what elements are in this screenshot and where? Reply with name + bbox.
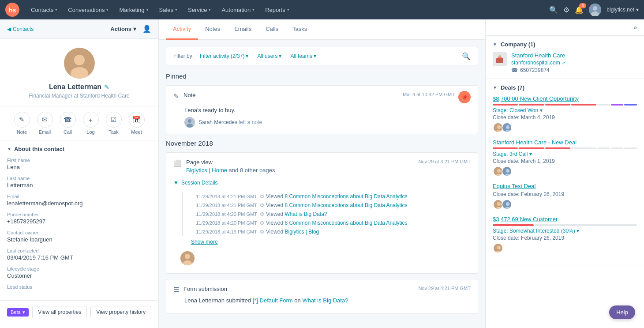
deal-3-name[interactable]: Equius Test Deal	[493, 183, 637, 189]
pinned-note-time: Mar 4 at 10:42 PM GMT	[403, 92, 455, 97]
company-website[interactable]: stanfordhospital.com ↗	[511, 60, 565, 66]
deal-1-stage-value[interactable]: Closed Won	[509, 107, 538, 113]
first-name-label: First name	[7, 158, 151, 163]
deal-3-close: Close date: February 26, 2019	[493, 191, 637, 197]
nav-contacts[interactable]: Contacts▾	[26, 5, 62, 15]
deal-1-stage: Stage: Closed Won ▾	[493, 107, 637, 113]
account-name[interactable]: biglytics.net ▾	[607, 7, 639, 13]
call-action-button[interactable]: ☎ Call	[60, 112, 76, 135]
nav-marketing[interactable]: Marketing▾	[115, 5, 153, 15]
company-name-link[interactable]: Stanford Health Care	[511, 52, 565, 59]
contact-owner-value[interactable]: Stefanie Ibarguen	[7, 236, 151, 243]
help-button[interactable]: Help	[609, 305, 635, 319]
field-lifecycle-stage: Lifecycle stage Customer	[7, 266, 151, 279]
tab-notes[interactable]: Notes	[198, 19, 227, 40]
page-view-icon: ⬜	[173, 159, 182, 167]
svg-point-18	[497, 125, 501, 129]
log-action-label: Log	[86, 129, 94, 135]
deal-bar	[611, 147, 624, 149]
deal-2-stage: Stage: 3rd Call ▾	[493, 151, 637, 157]
pin-button[interactable]: 📌	[458, 91, 471, 103]
session-toggle[interactable]: ▼ Session Details	[166, 177, 478, 189]
right-panel: » ▼ Company (1) Stanford Health Care sta…	[485, 19, 644, 328]
last-contacted-label: Last contacted	[7, 248, 151, 253]
user-avatar[interactable]	[589, 4, 601, 16]
view-property-history-button[interactable]: View property history	[90, 306, 151, 318]
search-button[interactable]: 🔍	[549, 6, 558, 14]
collapse-right-panel-button[interactable]: »	[632, 22, 639, 33]
session-row-1: 11/29/2018 at 4:21 PM GMT Viewed 8 Commo…	[183, 192, 471, 201]
svg-point-3	[593, 6, 597, 11]
actions-button[interactable]: Actions ▾	[107, 24, 140, 34]
meet-action-button[interactable]: 📅 Meet	[129, 112, 145, 135]
tab-calls[interactable]: Calls	[258, 19, 285, 40]
nav-service[interactable]: Service▾	[183, 5, 215, 15]
nav-conversations[interactable]: Conversations▾	[64, 5, 113, 15]
deal-bar	[493, 147, 518, 149]
edit-contact-icon[interactable]: ✎	[104, 83, 109, 90]
company-section-header[interactable]: ▼ Company (1)	[493, 41, 637, 48]
show-more-button[interactable]: Show more	[173, 236, 471, 248]
session-text-5: Viewed Biglytics | Blog	[266, 229, 319, 235]
session-text-4: Viewed 8 Common Misconceptions about Big…	[266, 220, 408, 226]
svg-point-9	[188, 119, 191, 123]
beta-badge[interactable]: Beta ▾	[7, 308, 29, 317]
email-label: Email	[7, 194, 151, 199]
nav-reports[interactable]: Reports▾	[261, 5, 294, 15]
task-icon: ☑	[106, 112, 122, 128]
back-to-contacts-button[interactable]: ◀ Contacts	[7, 26, 34, 32]
tab-tasks[interactable]: Tasks	[285, 19, 314, 40]
log-action-button[interactable]: + Log	[83, 112, 99, 135]
deals-section-header[interactable]: ▼ Deals (7)	[493, 84, 637, 91]
deal-2-avatars	[493, 166, 637, 177]
meet-action-label: Meet	[131, 129, 142, 135]
view-all-properties-button[interactable]: View all properties	[32, 306, 87, 318]
deal-2-name[interactable]: Stanford Health Care - New Deal	[493, 139, 637, 146]
about-section: ▼ About this contact First name Lena Las…	[0, 140, 158, 300]
tab-activity[interactable]: Activity	[166, 19, 198, 40]
email-icon: ✉	[37, 112, 53, 128]
nav-sales[interactable]: Sales▾	[155, 5, 182, 15]
session-row-2: 11/29/2018 at 4:21 PM GMT Viewed 8 Commo…	[183, 201, 471, 210]
deal-4-close: Close date: February 26, 2019	[493, 235, 637, 241]
nav-automation[interactable]: Automation▾	[217, 5, 259, 15]
filter-teams-button[interactable]: All teams ▾	[288, 52, 318, 60]
session-time-4: 11/29/2018 at 4:20 PM GMT	[183, 220, 262, 226]
add-contact-icon[interactable]: 👤	[142, 25, 151, 33]
session-time-5: 11/29/2018 at 4:19 PM GMT	[183, 229, 262, 234]
task-action-button[interactable]: ☑ Task	[106, 112, 122, 135]
lifecycle-stage-value[interactable]: Customer	[7, 272, 151, 279]
deal-4-name[interactable]: $3,472.69 New Customer	[493, 216, 637, 222]
company-icon	[493, 52, 507, 66]
deal-1-close: Close date: March 4, 2019	[493, 114, 637, 121]
first-name-value[interactable]: Lena	[7, 164, 151, 170]
field-first-name: First name Lena	[7, 158, 151, 170]
form-submission-body: Lena Letterman submitted [*] Default For…	[173, 297, 471, 304]
last-name-value[interactable]: Letterman	[7, 182, 151, 189]
filter-activity-button[interactable]: Filter activity (2/37) ▾	[197, 52, 251, 60]
deal-1-name[interactable]: $8,700.00 New Client Opportunity	[493, 95, 637, 102]
deal-bar	[545, 104, 570, 106]
tab-emails[interactable]: Emails	[227, 19, 258, 40]
page-view-main-link[interactable]: Biglytics | Home	[186, 167, 227, 173]
deal-2-stage-value[interactable]: 3rd Call	[509, 151, 528, 157]
deal-4-stage-value[interactable]: Somewhat Interested (30%)	[509, 228, 575, 234]
filter-users-button[interactable]: All users ▾	[255, 52, 284, 60]
about-section-toggle[interactable]: ▼ About this contact	[7, 146, 151, 152]
activity-search-button[interactable]: 🔍	[462, 52, 471, 60]
company-section: ▼ Company (1) Stanford Health Care stanf…	[486, 36, 644, 79]
deal-2-close: Close date: March 1, 2019	[493, 158, 637, 164]
email-value[interactable]: lenaletterman@demospot.org	[7, 200, 151, 207]
page-view-content: Page view Biglytics | Home and 8 other p…	[186, 159, 418, 173]
pinned-heading: Pinned	[166, 72, 478, 80]
session-dot-5	[260, 230, 264, 234]
phone-value[interactable]: +18578295297	[7, 218, 151, 225]
settings-button[interactable]: ⚙	[563, 6, 569, 14]
notifications-button[interactable]: 🔔 3	[575, 6, 584, 14]
session-dot-3	[260, 212, 264, 216]
svg-point-21	[506, 125, 509, 129]
email-action-button[interactable]: ✉ Email	[37, 112, 53, 135]
pinned-note-header: ✎ Note Mar 4 at 10:42 PM GMT 📌	[173, 92, 471, 103]
session-row-5: 11/29/2018 at 4:19 PM GMT Viewed Biglyti…	[183, 227, 471, 236]
note-action-button[interactable]: ✎ Note	[14, 112, 30, 135]
